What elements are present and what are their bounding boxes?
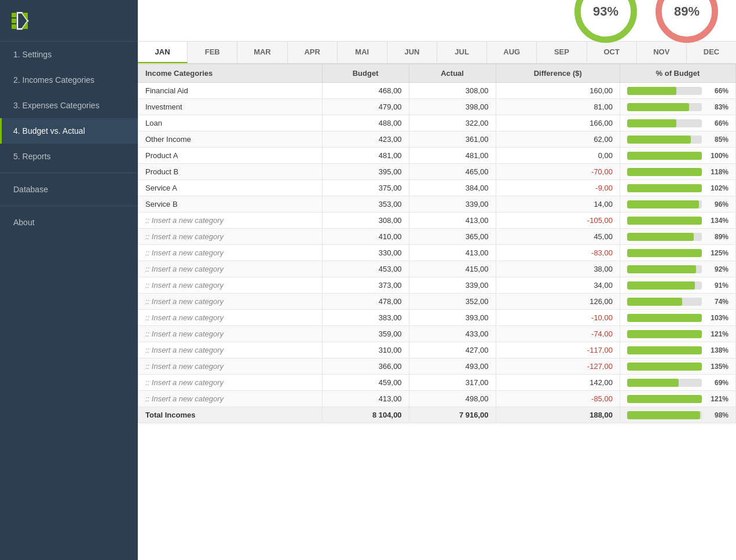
cell-category[interactable]: :: Insert a new category (138, 310, 323, 326)
month-tabs: JANFEBMARAPRMAIJUNJULAUGSEPOCTNOVDEC (138, 42, 736, 64)
month-tab-feb[interactable]: FEB (188, 42, 237, 63)
nav-items: 1. Settings2. Incomes Categories3. Expen… (0, 42, 138, 235)
month-tab-jan[interactable]: JAN (138, 42, 188, 63)
header: 93% Income %of Budget 89% Expenses %of B… (138, 0, 736, 42)
month-tab-mar[interactable]: MAR (237, 42, 287, 63)
cell-budget: 410,00 (322, 229, 409, 245)
cell-pct: 103% (620, 310, 735, 326)
cell-budget: 353,00 (322, 196, 409, 213)
col-category: Income Categories (138, 64, 323, 83)
pct-text: 66% (706, 87, 728, 95)
sidebar-item-expenses-categories[interactable]: 3. Expenses Categories (0, 93, 138, 118)
cell-budget: 479,00 (322, 99, 409, 115)
month-tab-oct[interactable]: OCT (587, 42, 637, 63)
sidebar-item-settings[interactable]: 1. Settings (0, 42, 138, 67)
cell-diff: -105,00 (496, 213, 620, 229)
table-row: Product B395,00465,00-70,00118% (138, 164, 736, 180)
table-row: :: Insert a new category308,00413,00-105… (138, 213, 736, 229)
month-tab-apr[interactable]: APR (288, 42, 338, 63)
cell-category[interactable]: :: Insert a new category (138, 277, 323, 294)
pct-text: 100% (706, 152, 728, 160)
cell-diff: 126,00 (496, 294, 620, 310)
cell-actual: 493,00 (409, 358, 496, 375)
table-row: :: Insert a new category413,00498,00-85,… (138, 391, 736, 407)
cell-pct: 91% (620, 277, 735, 294)
cell-category: Product A (138, 148, 323, 164)
col-diff: Difference ($) (496, 64, 620, 83)
month-tab-sep[interactable]: SEP (537, 42, 587, 63)
month-tab-nov[interactable]: NOV (637, 42, 687, 63)
cell-actual: 415,00 (409, 261, 496, 277)
cell-pct: 121% (620, 326, 735, 342)
cell-pct: 89% (620, 229, 735, 245)
cell-actual: 433,00 (409, 326, 496, 342)
table-row: Loan488,00322,00166,0066% (138, 115, 736, 131)
income-donut-wrapper: 93% (574, 0, 638, 43)
cell-category[interactable]: :: Insert a new category (138, 213, 323, 229)
cell-budget: 453,00 (322, 261, 409, 277)
cell-category[interactable]: :: Insert a new category (138, 326, 323, 342)
cell-diff: -10,00 (496, 310, 620, 326)
nav-divider (0, 173, 138, 173)
cell-actual: 393,00 (409, 310, 496, 326)
table-row: Service B353,00339,0014,0096% (138, 196, 736, 213)
table-row: :: Insert a new category383,00393,00-10,… (138, 310, 736, 326)
cell-budget: 383,00 (322, 310, 409, 326)
table-body: Financial Aid468,00308,00160,0066%Invest… (138, 83, 736, 423)
cell-category[interactable]: :: Insert a new category (138, 229, 323, 245)
cell-diff: -117,00 (496, 342, 620, 358)
pct-text: 92% (706, 265, 728, 273)
cell-pct: 100% (620, 148, 735, 164)
cell-diff: -74,00 (496, 326, 620, 342)
cell-category[interactable]: :: Insert a new category (138, 261, 323, 277)
total-pct-text: 98% (706, 411, 728, 419)
table-row: Service A375,00384,00-9,00102% (138, 180, 736, 196)
expenses-donut-wrapper: 89% (655, 0, 719, 43)
cell-category[interactable]: :: Insert a new category (138, 294, 323, 310)
month-tab-mai[interactable]: MAI (338, 42, 387, 63)
sidebar-item-reports[interactable]: 5. Reports (0, 144, 138, 169)
cell-actual: 317,00 (409, 375, 496, 391)
table-row: Other Income423,00361,0062,0085% (138, 131, 736, 148)
cell-category[interactable]: :: Insert a new category (138, 342, 323, 358)
cell-budget: 310,00 (322, 342, 409, 358)
month-tab-jul[interactable]: JUL (437, 42, 487, 63)
sidebar-item-budget-vs-actual[interactable]: 4. Budget vs. Actual (0, 118, 138, 144)
cell-budget: 373,00 (322, 277, 409, 294)
cell-category[interactable]: :: Insert a new category (138, 375, 323, 391)
cell-budget: 478,00 (322, 294, 409, 310)
total-pct: 98% (620, 407, 735, 423)
table-row: :: Insert a new category453,00415,0038,0… (138, 261, 736, 277)
svg-rect-0 (12, 19, 16, 23)
sidebar-item-database[interactable]: Database (0, 177, 138, 202)
table-row: :: Insert a new category373,00339,0034,0… (138, 277, 736, 294)
sidebar-item-incomes-categories[interactable]: 2. Incomes Categories (0, 67, 138, 93)
sidebar-item-about[interactable]: About (0, 210, 138, 235)
logo-icon (12, 10, 32, 31)
cell-diff: 45,00 (496, 229, 620, 245)
pct-text: 135% (706, 363, 728, 371)
month-tab-dec[interactable]: DEC (687, 42, 736, 63)
cell-diff: 160,00 (496, 83, 620, 99)
cell-category: Product B (138, 164, 323, 180)
cell-diff: 62,00 (496, 131, 620, 148)
month-tab-jun[interactable]: JUN (387, 42, 437, 63)
cell-diff: 0,00 (496, 148, 620, 164)
cell-diff: -85,00 (496, 391, 620, 407)
table-row: :: Insert a new category459,00317,00142,… (138, 375, 736, 391)
cell-category[interactable]: :: Insert a new category (138, 391, 323, 407)
cell-category: Loan (138, 115, 323, 131)
cell-category[interactable]: :: Insert a new category (138, 245, 323, 261)
pct-text: 102% (706, 184, 728, 192)
table-row: :: Insert a new category366,00493,00-127… (138, 358, 736, 375)
total-actual: 7 916,00 (409, 407, 496, 423)
cell-category: Financial Aid (138, 83, 323, 99)
cell-actual: 322,00 (409, 115, 496, 131)
month-tab-aug[interactable]: AUG (487, 42, 537, 63)
cell-diff: 142,00 (496, 375, 620, 391)
cell-pct: 92% (620, 261, 735, 277)
pct-text: 138% (706, 346, 728, 354)
sidebar: 1. Settings2. Incomes Categories3. Expen… (0, 0, 138, 560)
cell-pct: 125% (620, 245, 735, 261)
cell-category[interactable]: :: Insert a new category (138, 358, 323, 375)
